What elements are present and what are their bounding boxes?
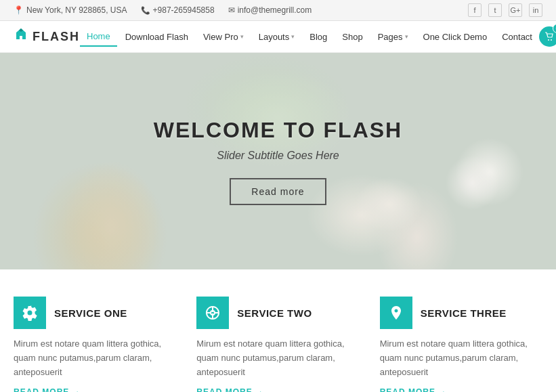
- nav-home[interactable]: Home: [80, 27, 117, 47]
- hero-readmore-button[interactable]: Read more: [230, 178, 326, 205]
- hero-slider: WELCOME TO FLASH Slider Subtitle Goes He…: [0, 53, 556, 269]
- googleplus-icon[interactable]: G+: [509, 3, 522, 17]
- service-link-2[interactable]: READ MORE →: [196, 387, 359, 392]
- hero-content: WELCOME TO FLASH Slider Subtitle Goes He…: [154, 118, 402, 205]
- nav-layouts[interactable]: Layouts ▾: [252, 28, 302, 46]
- service-icon-2: [196, 297, 229, 329]
- service-title-2: SERVICE TWO: [237, 307, 312, 319]
- service-link-1[interactable]: READ MORE →: [14, 387, 176, 392]
- phone-icon: [141, 6, 150, 15]
- service-card-1: SERVICE ONE Mirum est notare quam litter…: [14, 297, 176, 392]
- nav-oneclickdemo[interactable]: One Click Demo: [416, 28, 494, 46]
- service-header-1: SERVICE ONE: [14, 297, 176, 329]
- facebook-icon[interactable]: f: [468, 3, 482, 17]
- svg-point-1: [551, 39, 552, 41]
- hero-title: WELCOME TO FLASH: [154, 118, 402, 143]
- email: info@themegrill.com: [228, 5, 312, 15]
- header: FLASH Home Download Flash View Pro ▾ Lay…: [0, 21, 556, 53]
- top-bar: New York, NY 928865, USA +987-265945858 …: [0, 0, 556, 21]
- nav-pages[interactable]: Pages ▾: [371, 28, 415, 46]
- chevron-down-icon: ▾: [405, 33, 408, 40]
- header-actions: 0: [539, 26, 556, 47]
- linkedin-icon[interactable]: in: [529, 3, 542, 17]
- service-header-3: SERVICE THREE: [380, 297, 542, 329]
- chevron-down-icon: ▾: [240, 33, 244, 40]
- svg-point-4: [211, 311, 215, 315]
- svg-point-0: [548, 39, 549, 41]
- service-card-3: SERVICE THREE Mirum est notare quam litt…: [380, 297, 542, 392]
- services-section: SERVICE ONE Mirum est notare quam litter…: [0, 269, 556, 392]
- main-nav: Home Download Flash View Pro ▾ Layouts ▾…: [80, 27, 539, 47]
- address: New York, NY 928865, USA: [14, 5, 127, 15]
- nav-contact[interactable]: Contact: [495, 28, 539, 46]
- service-header-2: SERVICE TWO: [196, 297, 359, 329]
- twitter-icon[interactable]: t: [488, 3, 502, 17]
- service-link-3[interactable]: READ MORE →: [380, 387, 542, 392]
- service-title-1: SERVICE ONE: [54, 307, 127, 319]
- service-desc-1: Mirum est notare quam littera gothica, q…: [14, 337, 176, 379]
- service-card-2: SERVICE TWO Mirum est notare quam litter…: [196, 297, 359, 392]
- nav-download[interactable]: Download Flash: [119, 28, 195, 46]
- top-bar-contact: New York, NY 928865, USA +987-265945858 …: [14, 5, 312, 15]
- phone: +987-265945858: [141, 5, 215, 15]
- chevron-down-icon: ▾: [291, 33, 295, 40]
- cart-button[interactable]: 0: [539, 26, 556, 47]
- email-icon: [228, 5, 235, 15]
- social-links: f t G+ in: [468, 3, 542, 17]
- service-desc-3: Mirum est notare quam littera gothica, q…: [380, 337, 542, 379]
- nav-shop[interactable]: Shop: [335, 28, 369, 46]
- logo[interactable]: FLASH: [14, 27, 80, 46]
- nav-viewpro[interactable]: View Pro ▾: [196, 28, 251, 46]
- service-title-3: SERVICE THREE: [421, 307, 507, 319]
- hero-subtitle: Slider Subtitle Goes Here: [154, 150, 402, 162]
- location-icon: [14, 5, 24, 15]
- service-icon-1: [14, 297, 46, 329]
- service-desc-2: Mirum est notare quam littera gothica, q…: [196, 337, 359, 379]
- service-icon-3: [380, 297, 412, 329]
- logo-text: FLASH: [33, 30, 80, 44]
- logo-icon: [14, 27, 28, 46]
- nav-blog[interactable]: Blog: [303, 28, 334, 46]
